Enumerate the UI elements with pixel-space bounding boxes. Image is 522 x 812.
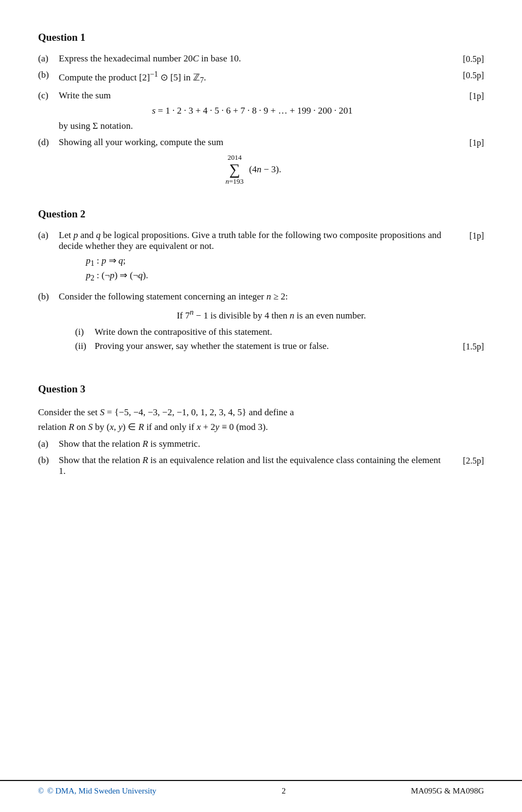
q1-b-label: (b): [38, 70, 59, 80]
q2-b-ii-text: Proving your answer, say whether the sta…: [95, 341, 446, 352]
q1-a-content: Express the hexadecimal number 20C in ba…: [59, 53, 446, 64]
q2-b-i-label: (i): [75, 327, 95, 338]
q2-part-b: (b) Consider the following statement con…: [38, 291, 484, 355]
q1-a-label: (a): [38, 53, 59, 64]
q3-intro: Consider the set S = {−5, −4, −3, −2, −1…: [38, 405, 484, 434]
sigma-bottom: n=193: [226, 177, 244, 186]
footer-copyright: © © DMA, Mid Sweden University: [38, 786, 157, 796]
q1-part-b: (b) Compute the product [2]−1 ⊙ [5] in ℤ…: [38, 70, 484, 85]
sigma-char: ∑: [229, 162, 240, 177]
q3-part-a: (a) Show that the relation R is symmetri…: [38, 439, 484, 449]
question-2-block: Question 2 (a) Let p and q be logical pr…: [38, 208, 484, 354]
q3-b-label: (b): [38, 455, 59, 466]
question-1-title: Question 1: [38, 32, 484, 43]
q1-d-sigma: 2014 ∑ n=193 (4n − 3).: [59, 153, 446, 185]
q1-d-label: (d): [38, 137, 59, 148]
q1-d-score: [1p]: [446, 137, 484, 148]
q2-part-a: (a) Let p and q be logical propositions.…: [38, 230, 484, 286]
q3-b-content: Show that the relation R is an equivalen…: [59, 455, 446, 477]
footer-institution: © DMA, Mid Sweden University: [47, 786, 157, 796]
q1-part-c: (c) Write the sum s = 1 · 2 · 3 + 4 · 5 …: [38, 90, 484, 132]
q2-a-content: Let p and q be logical propositions. Giv…: [59, 230, 446, 286]
q3-part-b: (b) Show that the relation R is an equiv…: [38, 455, 484, 477]
footer-course-codes: MA095G & MA098G: [411, 786, 484, 796]
q1-c-score: [1p]: [446, 90, 484, 101]
q2-a-propositions: p1 : p ⇒ q; p2 : (¬p) ⇒ (¬q).: [86, 255, 446, 283]
sigma-symbol: 2014 ∑ n=193: [226, 153, 244, 185]
q1-d-content: Showing all your working, compute the su…: [59, 137, 446, 189]
q3-b-text: Show that the relation R is an equivalen…: [59, 455, 440, 476]
footer-page-number: 2: [282, 786, 286, 796]
q1-d-intro: Showing all your working, compute the su…: [59, 137, 446, 148]
q2-b-intro: Consider the following statement concern…: [59, 291, 484, 302]
q1-c-label: (c): [38, 90, 59, 101]
q2-b-i: (i) Write down the contrapositive of thi…: [59, 327, 484, 338]
q2-b-ii: (ii) Proving your answer, say whether th…: [59, 341, 484, 352]
q2-a-label: (a): [38, 230, 59, 241]
sigma-expr: (4n − 3).: [249, 164, 281, 175]
q2-b-content: Consider the following statement concern…: [59, 291, 484, 355]
q2-a-p1: p1 : p ⇒ q;: [86, 255, 446, 268]
exam-page: Question 1 (a) Express the hexadecimal n…: [0, 0, 522, 812]
q1-part-d: (d) Showing all your working, compute th…: [38, 137, 484, 189]
q2-b-statement: If 7n − 1 is divisible by 4 then n is an…: [59, 308, 484, 321]
question-1-block: Question 1 (a) Express the hexadecimal n…: [38, 32, 484, 189]
q1-c-formula: s = 1 · 2 · 3 + 4 · 5 · 6 + 7 · 8 · 9 + …: [59, 105, 446, 116]
q2-b-i-text: Write down the contrapositive of this st…: [95, 327, 484, 338]
q3-a-content: Show that the relation R is symmetric.: [59, 439, 484, 449]
q1-b-score: [0.5p]: [446, 70, 484, 80]
q1-b-content: Compute the product [2]−1 ⊙ [5] in ℤ7.: [59, 70, 446, 85]
question-3-block: Question 3 Consider the set S = {−5, −4,…: [38, 383, 484, 477]
q1-c-content: Write the sum s = 1 · 2 · 3 + 4 · 5 · 6 …: [59, 90, 446, 132]
question-2-title: Question 2: [38, 208, 484, 220]
q1-b-text: Compute the product [2]−1 ⊙ [5] in ℤ7.: [59, 72, 206, 83]
q2-b-label: (b): [38, 291, 59, 302]
q1-c-intro: Write the sum: [59, 90, 446, 101]
q2-a-score: [1p]: [446, 230, 484, 241]
page-footer: © © DMA, Mid Sweden University 2 MA095G …: [0, 780, 522, 796]
q3-b-score: [2.5p]: [446, 455, 484, 466]
q1-a-text: Express the hexadecimal number 20C in ba…: [59, 53, 241, 64]
copyright-icon: ©: [38, 787, 44, 796]
q2-a-p2: p2 : (¬p) ⇒ (¬q).: [86, 270, 446, 283]
q3-a-text: Show that the relation R is symmetric.: [59, 439, 200, 449]
q2-b-score: [1.5p]: [446, 341, 484, 352]
q1-part-a: (a) Express the hexadecimal number 20C i…: [38, 53, 484, 64]
q2-b-ii-label: (ii): [75, 341, 95, 352]
q2-a-text: Let p and q be logical propositions. Giv…: [59, 230, 446, 252]
q1-c-by-using: by using Σ notation.: [59, 121, 446, 132]
question-3-title: Question 3: [38, 383, 484, 395]
q1-a-score: [0.5p]: [446, 53, 484, 64]
q3-a-label: (a): [38, 439, 59, 449]
